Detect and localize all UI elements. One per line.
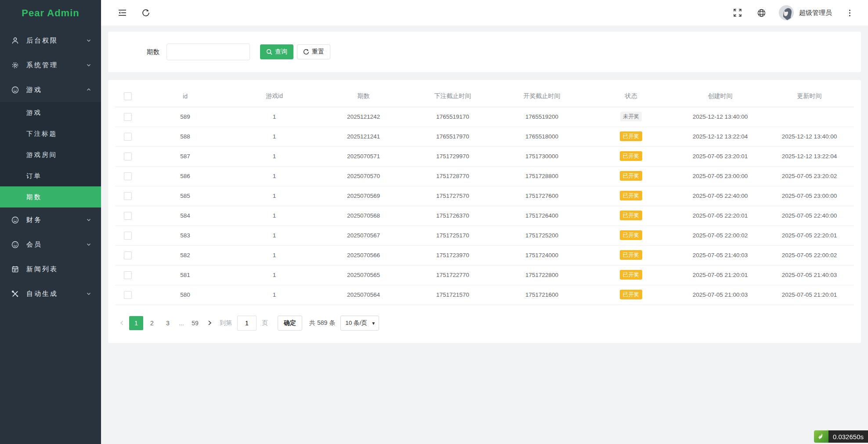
sidebar-item[interactable]: 自动生成 bbox=[0, 281, 101, 306]
cell-id: 583 bbox=[141, 226, 230, 245]
cell-id: 588 bbox=[141, 127, 230, 146]
sidebar-item-label: 新闻列表 bbox=[26, 265, 91, 273]
sidebar-subitem[interactable]: 下注标题 bbox=[0, 123, 101, 144]
row-checkbox[interactable] bbox=[124, 251, 132, 259]
sidebar-item-label: 游戏 bbox=[26, 86, 86, 94]
prev-page-icon[interactable] bbox=[115, 316, 128, 330]
cell-bet-deadline: 1751729970 bbox=[408, 146, 497, 166]
table-row: 5811202507056517517227701751722800已开奖202… bbox=[115, 265, 854, 285]
tools-icon bbox=[11, 290, 20, 298]
sidebar-item[interactable]: 会员 bbox=[0, 232, 101, 257]
row-checkbox[interactable] bbox=[124, 291, 132, 299]
query-button[interactable]: 查询 bbox=[260, 44, 293, 59]
issue-search-input[interactable] bbox=[166, 44, 250, 60]
pagination: 123...59 到第 页 确定 共 589 条 10 条/页 ▼ bbox=[115, 316, 854, 331]
cell-created: 2025-07-05 23:00:00 bbox=[676, 166, 765, 186]
chevron-down-icon bbox=[86, 217, 91, 222]
cell-issue: 2025121241 bbox=[319, 127, 408, 146]
smile-icon bbox=[11, 86, 20, 94]
cell-status: 未开奖 bbox=[586, 107, 676, 127]
cell-game-id: 1 bbox=[230, 146, 319, 166]
column-header: 创建时间 bbox=[676, 86, 765, 107]
confirm-page-button[interactable]: 确定 bbox=[278, 316, 302, 331]
sidebar: Pear Admin 后台权限系统管理游戏游戏下注标题游戏房间订单期数财务会员新… bbox=[0, 0, 101, 444]
cell-updated: 2025-07-05 23:00:00 bbox=[765, 186, 854, 206]
refresh-icon[interactable] bbox=[137, 4, 155, 22]
status-badge: 已开奖 bbox=[620, 151, 643, 161]
cell-bet-deadline: 1751727570 bbox=[408, 186, 497, 206]
cell-created: 2025-07-05 22:20:01 bbox=[676, 206, 765, 226]
table-row: 5841202507056817517263701751726400已开奖202… bbox=[115, 206, 854, 226]
table-row: 5861202507057017517287701751728800已开奖202… bbox=[115, 166, 854, 186]
status-badge: 已开奖 bbox=[620, 131, 643, 141]
page-number[interactable]: 3 bbox=[161, 316, 175, 330]
query-button-label: 查询 bbox=[275, 48, 287, 56]
thinkphp-debug-icon[interactable] bbox=[814, 430, 828, 443]
next-page-icon[interactable] bbox=[203, 316, 216, 330]
cell-status: 已开奖 bbox=[586, 265, 676, 285]
search-icon bbox=[266, 49, 272, 55]
row-checkbox[interactable] bbox=[124, 133, 132, 141]
sidebar-item-label: 后台权限 bbox=[26, 36, 86, 45]
cell-draw-deadline: 1765519200 bbox=[497, 107, 586, 127]
row-checkbox[interactable] bbox=[124, 192, 132, 200]
sidebar-item[interactable]: 财务 bbox=[0, 207, 101, 232]
cell-issue: 2025070566 bbox=[319, 245, 408, 265]
sidebar-item[interactable]: 后台权限 bbox=[0, 28, 101, 53]
page-ellipsis: ... bbox=[176, 320, 187, 327]
row-checkbox[interactable] bbox=[124, 153, 132, 160]
page-number[interactable]: 59 bbox=[188, 316, 202, 330]
sidebar-item-label: 会员 bbox=[26, 240, 86, 249]
reset-button-label: 重置 bbox=[312, 48, 324, 56]
sidebar-subitem[interactable]: 订单 bbox=[0, 165, 101, 186]
globe-icon[interactable] bbox=[752, 4, 770, 22]
status-badge: 已开奖 bbox=[620, 270, 643, 280]
cell-bet-deadline: 1751728770 bbox=[408, 166, 497, 186]
sidebar-subitem[interactable]: 期数 bbox=[0, 186, 101, 207]
cell-draw-deadline: 1751725200 bbox=[497, 226, 586, 245]
cell-updated: 2025-07-05 22:20:01 bbox=[765, 226, 854, 245]
total-count-label: 共 589 条 bbox=[309, 319, 335, 327]
chevron-down-icon bbox=[86, 291, 91, 296]
cell-issue: 2025070565 bbox=[319, 265, 408, 285]
page-size-select[interactable]: 10 条/页 bbox=[340, 316, 379, 331]
page-number[interactable]: 2 bbox=[145, 316, 159, 330]
cell-created: 2025-07-05 21:40:03 bbox=[676, 245, 765, 265]
reset-button[interactable]: 重置 bbox=[297, 44, 330, 59]
collapse-menu-icon[interactable] bbox=[113, 4, 131, 22]
row-checkbox[interactable] bbox=[124, 212, 132, 220]
cell-draw-deadline: 1751730000 bbox=[497, 146, 586, 166]
column-header: 更新时间 bbox=[765, 86, 854, 107]
cell-created: 2025-07-05 22:40:00 bbox=[676, 186, 765, 206]
username[interactable]: 超级管理员 bbox=[799, 9, 832, 17]
jump-page-input[interactable] bbox=[237, 316, 257, 331]
cell-bet-deadline: 1765517970 bbox=[408, 127, 497, 146]
row-checkbox[interactable] bbox=[124, 113, 132, 121]
select-all-checkbox[interactable] bbox=[124, 92, 132, 100]
cell-game-id: 1 bbox=[230, 265, 319, 285]
row-checkbox[interactable] bbox=[124, 271, 132, 279]
cell-created: 2025-07-05 22:00:02 bbox=[676, 226, 765, 245]
cell-issue: 2025070571 bbox=[319, 146, 408, 166]
column-header: 开奖截止时间 bbox=[497, 86, 586, 107]
fullscreen-icon[interactable] bbox=[729, 4, 746, 22]
cell-bet-deadline: 1751725170 bbox=[408, 226, 497, 245]
cell-id: 586 bbox=[141, 166, 230, 186]
sidebar-subitem[interactable]: 游戏 bbox=[0, 102, 101, 123]
sidebar-item-label: 财务 bbox=[26, 216, 86, 224]
sidebar-subitem[interactable]: 游戏房间 bbox=[0, 144, 101, 165]
sidebar-item[interactable]: 系统管理 bbox=[0, 53, 101, 77]
user-icon bbox=[11, 37, 20, 44]
sidebar-item[interactable]: 新闻列表 bbox=[0, 257, 101, 281]
user-avatar[interactable] bbox=[779, 5, 794, 20]
row-checkbox[interactable] bbox=[124, 232, 132, 240]
cell-bet-deadline: 1751726370 bbox=[408, 206, 497, 226]
more-vertical-icon[interactable] bbox=[841, 4, 858, 22]
sidebar-item[interactable]: 游戏 bbox=[0, 77, 101, 102]
table-header-row: id游戏id期数下注截止时间开奖截止时间状态创建时间更新时间 bbox=[115, 86, 854, 107]
column-header: 状态 bbox=[586, 86, 676, 107]
row-checkbox[interactable] bbox=[124, 172, 132, 180]
cell-bet-deadline: 1751723970 bbox=[408, 245, 497, 265]
status-badge: 已开奖 bbox=[620, 171, 643, 181]
page-number[interactable]: 1 bbox=[129, 316, 143, 330]
